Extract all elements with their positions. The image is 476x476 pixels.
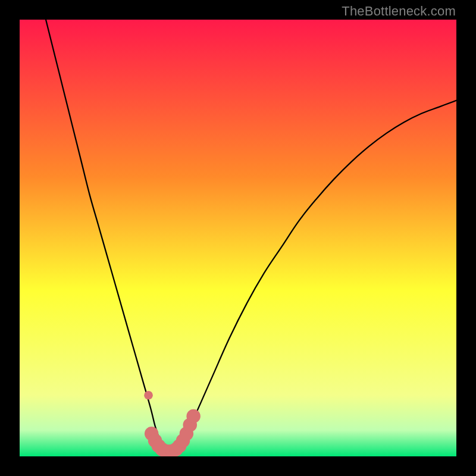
- marker-dot: [144, 391, 153, 400]
- chart-frame: TheBottleneck.com: [0, 0, 476, 476]
- bottleneck-chart: [20, 20, 456, 456]
- watermark-text: TheBottleneck.com: [342, 4, 456, 19]
- plot-area: [20, 20, 456, 456]
- gradient-background: [20, 20, 456, 456]
- marker-dot: [186, 409, 200, 423]
